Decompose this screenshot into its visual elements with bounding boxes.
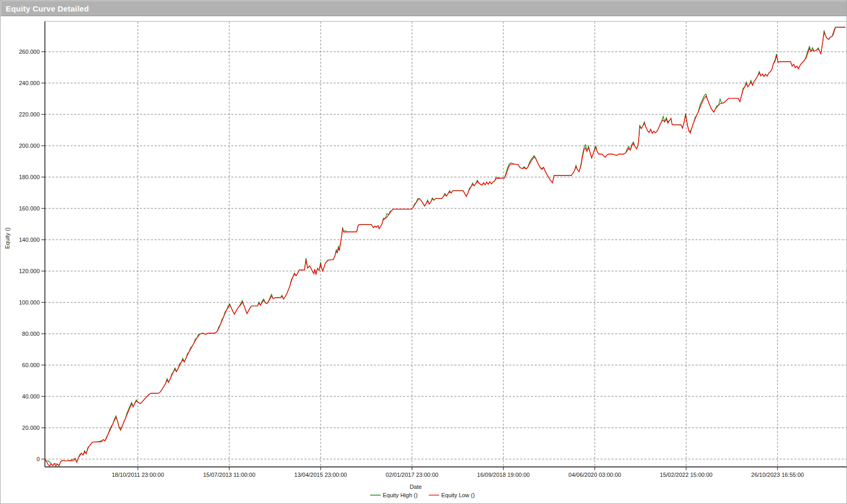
equity-curve-window: Equity Curve Detailed 020.00040.00060.00…	[0, 0, 847, 504]
window-titlebar[interactable]: Equity Curve Detailed	[1, 1, 846, 16]
equity-curve-chart[interactable]: 020.00040.00060.00080.000100.000120.0001…	[1, 16, 846, 503]
y-tick-label: 100.000	[19, 299, 40, 306]
x-tick-label: 13/04/2015 23:00:00	[295, 472, 347, 478]
y-tick-label: 180.000	[19, 174, 40, 180]
y-tick-label: 240.000	[19, 80, 40, 86]
equity-low-line	[45, 27, 845, 466]
y-tick-label: 20.000	[22, 425, 40, 431]
y-tick-label: 260.000	[19, 49, 40, 55]
y-tick-label: 220.000	[19, 111, 40, 118]
y-tick-label: 160.000	[19, 205, 40, 212]
chart-area: 020.00040.00060.00080.000100.000120.0001…	[1, 16, 846, 503]
legend-item-equity-high[interactable]: Equity High ()	[370, 492, 418, 498]
x-tick-label: 18/10/2011 23:00:00	[112, 472, 164, 478]
y-tick-label: 140.000	[19, 237, 40, 243]
equity-high-label: Equity High ()	[383, 492, 418, 498]
y-tick-label: 60.000	[22, 362, 40, 368]
y-tick-label: 200.000	[19, 143, 40, 149]
equity-series	[45, 27, 845, 466]
x-axis-title: Date	[409, 484, 421, 490]
y-axis-title: Equity ()	[4, 228, 10, 249]
equity-low-label: Equity Low ()	[441, 492, 475, 498]
legend-item-equity-low[interactable]: Equity Low ()	[429, 492, 475, 498]
x-tick-label: 15/07/2013 11:00:00	[203, 472, 255, 478]
axes	[41, 21, 846, 470]
window-title: Equity Curve Detailed	[1, 4, 89, 13]
grid-lines	[45, 21, 846, 467]
x-tick-label: 26/10/2023 16:55:00	[751, 472, 804, 478]
y-tick-label: 40.000	[22, 393, 40, 400]
equity-high-line	[45, 27, 845, 466]
x-tick-label: 04/06/2020 03:00:00	[569, 472, 621, 478]
y-tick-label: 0	[37, 456, 40, 462]
legend: Equity High () Equity Low ()	[370, 492, 475, 498]
x-tick-label: 16/09/2018 19:00:00	[477, 472, 530, 478]
x-tick-label: 02/01/2017 23:00:00	[386, 472, 439, 478]
y-tick-label: 120.000	[19, 268, 40, 274]
y-tick-label: 80.000	[22, 331, 40, 337]
x-tick-label: 15/02/2022 15:00:00	[660, 472, 713, 478]
